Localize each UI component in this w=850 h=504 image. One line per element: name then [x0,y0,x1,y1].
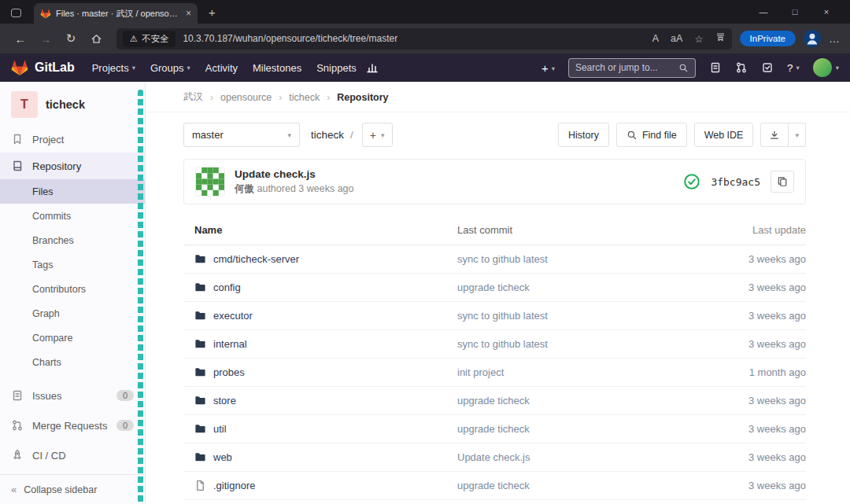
download-button[interactable] [760,123,789,147]
commit-message-link[interactable]: upgrade ticheck [457,480,530,491]
commit-message-link[interactable]: upgrade ticheck [457,423,530,435]
commit-author-avatar[interactable] [195,167,225,197]
sidebar-item-cicd[interactable]: CI / CD [0,440,145,470]
path-project[interactable]: ticheck [311,129,344,141]
tab-close-icon[interactable]: × [186,8,191,19]
security-chip[interactable]: ⚠ 不安全 [123,31,176,47]
issues-nav-icon[interactable] [709,61,722,74]
commit-meta: 何傲 authored 3 weeks ago [235,182,354,196]
sidebar-subitem-tags[interactable]: Tags [0,252,145,277]
read-aloud-icon[interactable]: A [652,33,659,44]
search-input[interactable] [575,62,674,73]
commit-message-cell: init project [457,359,688,387]
commit-message-link[interactable]: sync to github latest [457,338,548,350]
sidebar-subitem-contributors[interactable]: Contributors [0,277,145,301]
table-row: util upgrade ticheck 3 weeks ago [183,415,806,443]
commit-title-link[interactable]: Update check.js [235,168,354,180]
add-file-button[interactable]: + ▾ [362,123,393,147]
breadcrumb-item[interactable]: opensource [220,92,272,103]
breadcrumb-item[interactable]: ticheck [289,92,320,103]
file-name-link[interactable]: config [213,281,241,293]
path-separator: / [350,129,353,141]
file-name-link[interactable]: .gitignore [213,480,255,491]
collections-icon[interactable] [715,32,726,45]
last-update-cell: 1 month ago [688,500,806,504]
file-name-link[interactable]: store [213,395,236,407]
last-update-text: 3 weeks ago [748,338,806,350]
forward-button[interactable]: → [33,32,58,46]
file-name-link[interactable]: cmd/ticheck-server [213,253,299,265]
table-header-row: Name Last commit Last update [183,216,806,245]
add-favorite-icon[interactable]: ☆ [694,33,703,45]
breadcrumb-item[interactable]: 武汉 [183,90,203,104]
download-icon [769,130,780,141]
file-name-link[interactable]: web [213,451,232,463]
gitlab-logo-icon[interactable] [11,60,28,76]
sidebar-item-project[interactable]: Project [0,126,145,153]
download-options-button[interactable]: ▾ [789,123,806,147]
file-name-link[interactable]: internal [213,338,247,350]
file-name-link[interactable]: executor [213,310,253,322]
gitlab-favicon-icon [40,9,51,19]
last-update-cell: 3 weeks ago [688,443,806,472]
help-menu-button[interactable]: ? ▾ [787,62,800,74]
sidebar-item-issues[interactable]: Issues 0 [0,381,145,410]
file-name-link[interactable]: util [213,423,227,435]
toolbar-right: InPrivate … [740,30,842,47]
commit-author-link[interactable]: 何傲 [235,183,254,194]
close-button[interactable]: × [811,7,842,17]
address-bar[interactable]: ⚠ 不安全 10.3.70.187/wuhan/opensource/tiche… [116,28,732,50]
sidebar-subitem-files[interactable]: Files [0,179,145,204]
new-tab-button[interactable]: + [209,6,216,19]
browser-menu-icon[interactable]: … [829,32,841,45]
history-button[interactable]: History [558,123,609,147]
inprivate-badge[interactable]: InPrivate [740,31,796,46]
translate-icon[interactable]: aA [671,33,682,44]
sidebar-subitem-graph[interactable]: Graph [0,301,145,326]
web-ide-button[interactable]: Web IDE [694,123,754,147]
chart-nav-icon[interactable] [366,61,379,74]
nav-link[interactable]: Snippets [316,62,357,74]
find-file-button[interactable]: Find file [616,123,687,147]
nav-link[interactable]: Projects▾ [92,62,135,74]
pipeline-status-icon[interactable] [683,173,700,190]
commit-message-link[interactable]: upgrade ticheck [457,395,530,407]
commit-message-link[interactable]: sync to github latest [457,310,548,322]
sidebar-scrollbar[interactable] [138,90,143,504]
new-menu-button[interactable]: + ▾ [541,61,555,75]
sidebar-bottom-group: Issues 0 Merge Requests 0 CI / CD [0,381,145,470]
nav-link[interactable]: Groups▾ [150,62,190,74]
user-menu-button[interactable]: ▾ [813,58,839,77]
commit-message-link[interactable]: Update check.js [457,451,530,463]
home-button[interactable] [83,32,109,46]
commit-message-link[interactable]: sync to github latest [457,253,548,265]
file-name-link[interactable]: probes [213,366,245,378]
commit-message-cell: sync to github latest [457,302,688,330]
commit-message-link[interactable]: init project [457,366,504,378]
sidebar-subitem-commits[interactable]: Commits [0,204,145,228]
refresh-button[interactable]: ↻ [58,31,83,46]
todos-nav-icon[interactable] [761,61,774,74]
branch-selector[interactable]: master ▾ [183,123,300,147]
copy-sha-button[interactable] [771,171,794,193]
sidebar-item-repository[interactable]: Repository [0,153,145,179]
commit-message-link[interactable]: upgrade ticheck [457,281,530,293]
nav-link[interactable]: Activity [205,62,238,74]
gitlab-brand[interactable]: GitLab [35,61,75,75]
merge-requests-nav-icon[interactable] [735,61,748,74]
commit-sha[interactable]: 3fbc9ac5 [711,176,760,188]
maximize-button[interactable]: □ [779,7,811,17]
sidebar-subitem-charts[interactable]: Charts [0,350,145,374]
tab-search-icon[interactable] [11,9,21,17]
browser-profile-avatar[interactable] [804,30,821,47]
browser-tab[interactable]: Files · master · 武汉 / opensourc... × [34,3,198,24]
back-button[interactable]: ← [8,32,33,46]
nav-link[interactable]: Milestones [253,62,301,74]
sidebar-subitem-branches[interactable]: Branches [0,228,145,252]
table-row: internal sync to github latest 3 weeks a… [183,330,806,359]
sidebar-subitem-compare[interactable]: Compare [0,326,145,350]
minimize-button[interactable]: — [748,7,779,17]
collapse-sidebar-button[interactable]: « Collapse sidebar [0,474,145,504]
sidebar-item-merge-requests[interactable]: Merge Requests 0 [0,410,145,440]
project-header[interactable]: T ticheck [0,82,145,126]
